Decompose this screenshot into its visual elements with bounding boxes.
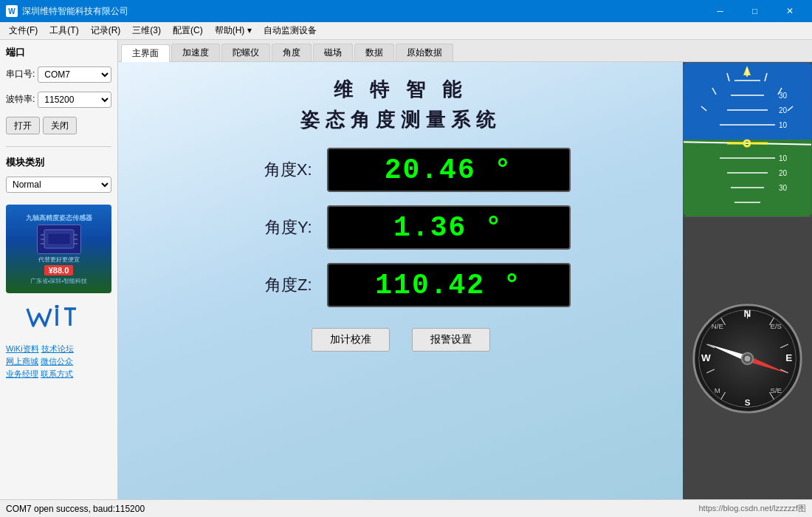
compass-svg: N E S W E/S N/E S/E M [690,301,805,416]
com-select[interactable]: COM7 [38,66,111,83]
angle-y-value: 1.36 ° [393,212,503,244]
angle-z-display: 110.42 ° [327,263,571,307]
sidebar: 端口 串口号: COM7 波特率: 115200 打开 关闭 模块类别 Norm… [0,40,118,499]
module-section-title: 模块类别 [6,156,111,169]
contact-link[interactable]: 联系方式 [41,369,73,378]
tab-mag[interactable]: 磁场 [313,44,353,61]
ad-chip-image [37,225,81,254]
window-controls: ─ □ ✕ [703,0,806,22]
divider-1 [6,146,111,147]
wiki-link[interactable]: WiKi资料 [6,344,39,353]
shop-link[interactable]: 网上商城 [6,357,38,366]
svg-text:S: S [745,397,751,407]
minimize-button[interactable]: ─ [703,0,737,22]
angle-z-row: 角度Z: 110.42 ° [216,263,585,307]
angle-z-value: 110.42 ° [375,270,521,301]
svg-text:N/E: N/E [712,321,724,329]
close-port-button[interactable]: 关闭 [43,117,77,134]
svg-text:20: 20 [779,169,788,177]
window-title: 深圳维特智能科技有限公司 [22,5,703,18]
baud-label: 波特率: [6,93,35,106]
tab-raw[interactable]: 原始数据 [396,44,453,61]
menu-tools[interactable]: 工具(T) [44,23,84,38]
links-area: WiKi资料 技术论坛 网上商城 微信公众 业务经理 联系方式 [6,343,111,381]
menu-config[interactable]: 配置(C) [167,23,209,38]
menu-automonitor[interactable]: 自动监测设备 [258,23,323,38]
svg-text:30: 30 [779,184,788,192]
status-message: COM7 open success, baud:115200 [6,504,145,514]
maximize-button[interactable]: □ [738,0,771,22]
svg-point-9 [55,305,58,309]
link-row-1: WiKi资料 技术论坛 [6,343,111,355]
attitude-indicator: 10 20 30 10 20 30 [683,62,812,217]
menu-file[interactable]: 文件(F) [3,23,44,38]
content-area: 主界面 加速度 陀螺仪 角度 磁场 数据 原始数据 维 特 智 能 姿态角度测量… [118,40,812,499]
calibrate-button[interactable]: 加计校准 [312,328,390,352]
system-title-line1: 维 特 智 能 [334,77,468,103]
svg-text:10: 10 [779,121,788,129]
status-url: https://blog.csdn.net/lzzzzzf图 [698,503,806,514]
main-layout: 端口 串口号: COM7 波特率: 115200 打开 关闭 模块类别 Norm… [0,40,812,499]
tab-main[interactable]: 主界面 [121,44,170,62]
alarm-button[interactable]: 报警设置 [412,328,490,352]
angle-y-display: 1.36 ° [327,205,571,250]
angle-y-row: 角度Y: 1.36 ° [216,205,585,250]
open-port-button[interactable]: 打开 [6,117,40,134]
tab-bar: 主界面 加速度 陀螺仪 角度 磁场 数据 原始数据 [118,40,812,62]
menu-3d[interactable]: 三维(3) [126,23,167,38]
baud-row: 波特率: 115200 [6,92,111,108]
svg-point-65 [745,355,751,361]
angle-x-label: 角度X: [216,159,312,181]
forum-link[interactable]: 技术论坛 [41,344,74,353]
module-select[interactable]: Normal [6,177,111,193]
center-content: 维 特 智 能 姿态角度测量系统 角度X: 20.46 ° 角度Y: 1.36 … [118,62,683,499]
svg-text:30: 30 [779,92,788,100]
manager-link[interactable]: 业务经理 [6,369,38,378]
menu-record[interactable]: 记录(R) [85,23,127,38]
main-panel: 维 特 智 能 姿态角度测量系统 角度X: 20.46 ° 角度Y: 1.36 … [118,62,812,499]
app-icon: W [6,5,18,17]
port-buttons: 打开 关闭 [6,117,111,134]
angle-x-display: 20.46 ° [327,148,571,192]
wechat-link[interactable]: 微信公众 [41,357,73,366]
svg-text:M: M [715,386,720,394]
menu-help[interactable]: 帮助(H) ▾ [209,23,258,38]
svg-text:10: 10 [779,154,788,162]
wit-logo [6,305,111,333]
title-bar: W 深圳维特智能科技有限公司 ─ □ ✕ [0,0,812,22]
tab-data[interactable]: 数据 [354,44,394,61]
svg-text:20: 20 [779,106,788,114]
right-instrument-panel: 10 20 30 10 20 30 [683,62,812,499]
angle-x-value: 20.46 ° [385,154,513,186]
port-section-title: 端口 [6,46,111,59]
com-label: 串口号: [6,68,35,81]
svg-text:E/S: E/S [770,321,782,329]
link-row-2: 网上商城 微信公众 [6,356,111,367]
com-row: 串口号: COM7 [6,66,111,83]
tab-gyro[interactable]: 陀螺仪 [221,44,270,61]
close-button[interactable]: ✕ [773,0,806,22]
svg-text:S/E: S/E [770,386,782,394]
status-bar: COM7 open success, baud:115200 https://b… [0,499,812,517]
svg-rect-1 [48,233,70,244]
tab-angle[interactable]: 角度 [272,44,312,61]
compass-area: N E S W E/S N/E S/E M [683,217,812,499]
svg-text:E: E [785,352,792,363]
tab-accel[interactable]: 加速度 [171,44,220,61]
angle-y-label: 角度Y: [216,216,312,239]
svg-text:W: W [701,352,711,363]
menu-bar: 文件(F) 工具(T) 记录(R) 三维(3) 配置(C) 帮助(H) ▾ 自动… [0,22,812,40]
system-title-line2: 姿态角度测量系统 [300,107,501,133]
baud-select[interactable]: 115200 [38,92,111,108]
svg-rect-14 [683,140,812,217]
link-row-3: 业务经理 联系方式 [6,369,111,380]
action-row: 加计校准 报警设置 [312,328,490,352]
angle-x-row: 角度X: 20.46 ° [216,148,585,192]
angle-z-label: 角度Z: [216,274,312,296]
ad-banner[interactable]: 九轴高精度姿态传感器 代替更好更便宜 ¥88.0 广东省•深圳• [6,205,111,293]
ad-price: ¥88.0 [44,265,74,275]
